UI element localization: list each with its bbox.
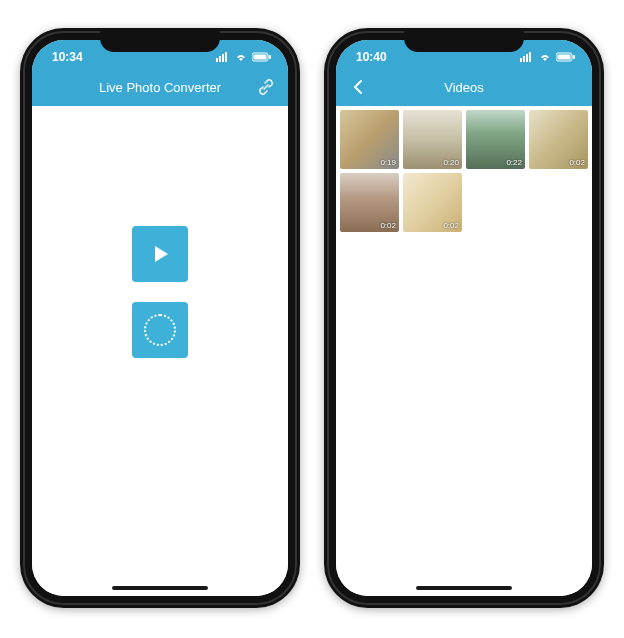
- live-photo-icon: [144, 314, 176, 346]
- video-grid: 0:19 0:20 0:22 0:02 0:02 0:02: [336, 106, 592, 236]
- phone-mockup-left: 10:34 Live Photo Converter: [20, 28, 300, 608]
- home-indicator: [112, 586, 208, 590]
- notch: [404, 28, 524, 52]
- titlebar: Videos: [336, 68, 592, 106]
- video-thumbnail[interactable]: 0:02: [403, 173, 462, 232]
- svg-rect-0: [216, 58, 218, 62]
- svg-rect-11: [529, 52, 531, 62]
- actions-column: [132, 226, 188, 358]
- back-button[interactable]: [348, 77, 368, 97]
- video-duration: 0:20: [443, 158, 459, 167]
- titlebar: Live Photo Converter: [32, 68, 288, 106]
- battery-icon: [252, 52, 272, 62]
- svg-rect-8: [520, 58, 522, 62]
- status-right: [520, 52, 576, 62]
- signal-icon: [216, 52, 230, 62]
- navbar-title: Live Photo Converter: [99, 80, 221, 95]
- navbar-title: Videos: [444, 80, 484, 95]
- content-area: [32, 106, 288, 596]
- video-thumbnail[interactable]: 0:22: [466, 110, 525, 169]
- svg-rect-3: [225, 52, 227, 62]
- screen: 10:40 Videos: [336, 40, 592, 596]
- status-time: 10:34: [52, 50, 83, 64]
- screen: 10:34 Live Photo Converter: [32, 40, 288, 596]
- status-time: 10:40: [356, 50, 387, 64]
- video-thumbnail[interactable]: 0:02: [340, 173, 399, 232]
- video-duration: 0:02: [569, 158, 585, 167]
- wifi-icon: [234, 52, 248, 62]
- svg-rect-1: [219, 56, 221, 62]
- svg-rect-10: [526, 54, 528, 62]
- svg-rect-9: [523, 56, 525, 62]
- home-indicator: [416, 586, 512, 590]
- link-button[interactable]: [256, 77, 276, 97]
- phone-mockup-right: 10:40 Videos: [324, 28, 604, 608]
- video-duration: 0:02: [380, 221, 396, 230]
- signal-icon: [520, 52, 534, 62]
- svg-marker-7: [155, 246, 168, 262]
- live-photo-button[interactable]: [132, 302, 188, 358]
- video-thumbnail[interactable]: 0:02: [529, 110, 588, 169]
- svg-rect-6: [269, 55, 271, 59]
- battery-icon: [556, 52, 576, 62]
- video-thumbnail[interactable]: 0:19: [340, 110, 399, 169]
- svg-rect-14: [573, 55, 575, 59]
- video-duration: 0:02: [443, 221, 459, 230]
- notch: [100, 28, 220, 52]
- wifi-icon: [538, 52, 552, 62]
- svg-rect-5: [254, 55, 267, 60]
- content-area: 0:19 0:20 0:22 0:02 0:02 0:02: [336, 106, 592, 596]
- status-right: [216, 52, 272, 62]
- video-duration: 0:19: [380, 158, 396, 167]
- svg-rect-2: [222, 54, 224, 62]
- video-duration: 0:22: [506, 158, 522, 167]
- video-thumbnail[interactable]: 0:20: [403, 110, 462, 169]
- svg-rect-13: [558, 55, 571, 60]
- play-button[interactable]: [132, 226, 188, 282]
